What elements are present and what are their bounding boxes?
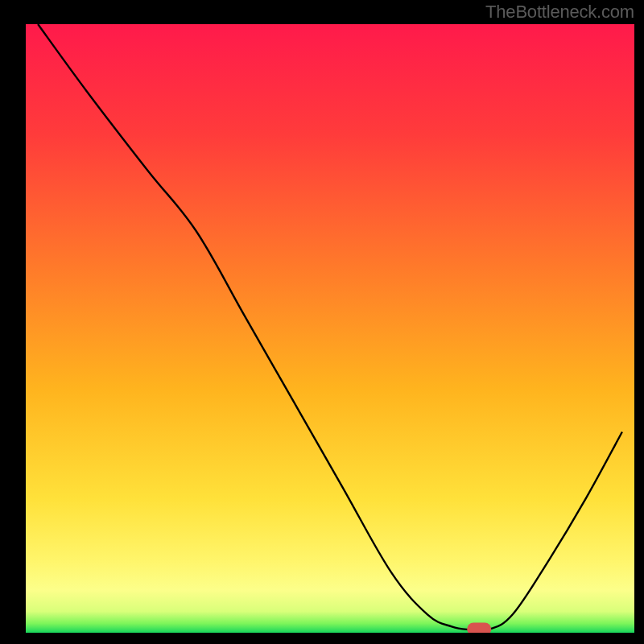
- plot-background: [26, 24, 634, 633]
- watermark-text: TheBottleneck.com: [485, 2, 634, 23]
- chart-svg: [0, 0, 644, 644]
- chart-frame: [0, 0, 644, 644]
